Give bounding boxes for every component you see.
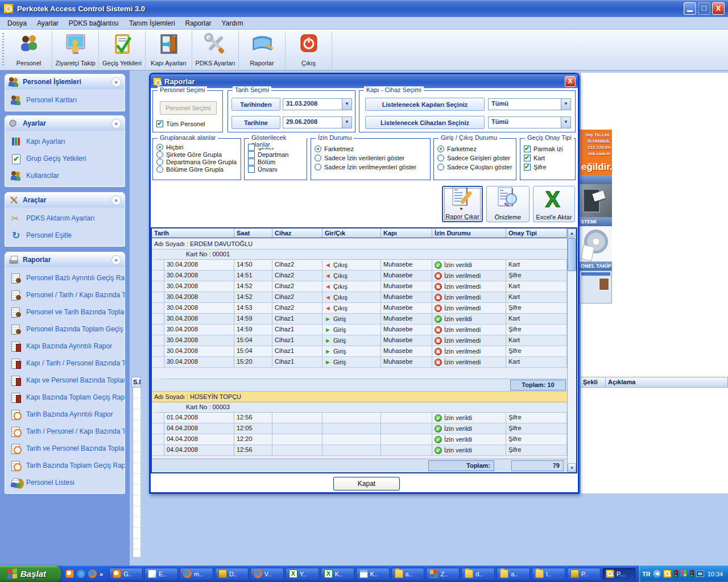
tum-personel-checkbox[interactable]: Tüm Personel — [156, 120, 205, 127]
radio-option[interactable]: Farketmez — [437, 146, 516, 152]
radio-option[interactable]: Sadece Çıkışları göster — [437, 164, 516, 171]
taskbar-task-button[interactable]: m.. — [180, 568, 213, 580]
radio-option[interactable]: Departmana Göre Grupla — [156, 159, 241, 165]
toolbar-pdks-ayarlari-button[interactable]: PDKS Ayarları — [192, 31, 239, 69]
chevron-down-icon[interactable]: ▼ — [561, 99, 570, 110]
radio-option[interactable]: Sadece İzin verilmeyenleri göster — [315, 164, 430, 171]
table-row[interactable]: 04.04.2008 12:05 İzin verildi Şifre — [152, 423, 567, 434]
table-row[interactable]: 30.04.2008 14:53 Cihaz2 Çıkış Muhasebe İ… — [152, 303, 567, 314]
table-row[interactable]: 30.04.2008 14:59 Cihaz1 Giriş Muhasebe İ… — [152, 314, 567, 325]
taskbar-task-button[interactable]: V.. — [250, 568, 284, 580]
taskbar-task-button[interactable]: Y.. — [286, 568, 319, 580]
ad-banner[interactable]: Dış Tic.Ltd. İSTANBUL 212 220 69 tek.com… — [580, 130, 612, 304]
table-row[interactable]: 30.04.2008 14:52 Cihaz2 Çıkış Muhasebe İ… — [152, 281, 567, 292]
menu-item[interactable]: Raporlar — [180, 18, 217, 28]
checkbox-option[interactable]: Parmak izi — [524, 146, 575, 152]
toolbar-personel-button[interactable]: Personel — [6, 31, 52, 69]
toolbar-gecis-yetkileri-button[interactable]: Geçiş Yetkileri — [99, 31, 146, 69]
menu-item[interactable]: Tanım İşlemleri — [124, 18, 180, 28]
minimize-button[interactable] — [684, 2, 696, 15]
table-row[interactable]: 30.04.2008 14:50 Cihaz2 Çıkış Muhasebe İ… — [152, 260, 567, 271]
chevron-down-icon[interactable]: ▼ — [342, 117, 351, 128]
quicklaunch-overflow-chevron[interactable]: » — [100, 571, 103, 577]
col-gircik[interactable]: Gir/Çık — [322, 228, 381, 238]
toolbar-grip[interactable] — [1, 33, 5, 67]
radio-option[interactable]: Farketmez — [315, 146, 430, 152]
taskbar-task-button[interactable]: D.. — [215, 568, 249, 580]
taskbar-task-button[interactable]: G.. — [109, 568, 143, 580]
rapor-cikar-button[interactable]: Rapor Çıkar — [442, 186, 483, 222]
panel-header-ayarlar[interactable]: Ayarlar « — [5, 116, 125, 131]
sidebar-report-item[interactable]: Tarih / Personel / Kapı Bazında To... — [5, 423, 125, 440]
collapse-chevron-icon[interactable]: « — [111, 119, 121, 128]
sidebar-report-item[interactable]: Kapı ve Personel Bazında Toplam ... — [5, 372, 125, 389]
tray-key-icon[interactable] — [663, 569, 672, 578]
excel-aktar-button[interactable]: X Excel'e Aktar — [533, 186, 575, 222]
chevron-down-icon[interactable]: ▼ — [342, 99, 351, 110]
table-row[interactable]: 30.04.2008 14:52 Cihaz2 Çıkış Muhasebe İ… — [152, 292, 567, 303]
sidebar-report-item[interactable]: Kapı / Tarih / Personel Bazında To... — [5, 355, 125, 372]
taskbar-task-button[interactable]: a.. — [391, 568, 425, 580]
taskbar-task-button[interactable]: P.. — [567, 568, 601, 580]
sidebar-item[interactable]: Kapı Ayarları — [5, 133, 125, 150]
tarihinden-button[interactable]: Tarihinden — [231, 98, 280, 111]
tarihine-date-combo[interactable]: 29.06.2008▼ — [283, 117, 352, 128]
col-izin-durumu[interactable]: İzin Durumu — [432, 228, 506, 238]
table-row[interactable]: 30.04.2008 15:20 Cihaz1 Giriş Muhasebe İ… — [152, 357, 567, 368]
radio-option[interactable]: Sadece İzin verilenleri göster — [315, 155, 430, 161]
sidebar-report-item[interactable]: Personel Bazlı Ayrıntılı Geçiş Raporu — [5, 269, 125, 286]
toolbar-ziyaretci-takip-button[interactable]: Ziyaretçi Takip — [52, 31, 99, 69]
sidebar-report-item[interactable]: Tarih Bazında Toplam Geçiş Raporu — [5, 457, 125, 474]
dialog-close-button[interactable]: X — [565, 76, 576, 87]
checkbox-option[interactable]: Şifre — [524, 164, 575, 171]
sidebar-report-item[interactable]: Kapı Bazında Ayrıntılı Rapor — [5, 338, 125, 355]
listelenecek-kapilar-button[interactable]: Listelenecek Kapıları Seçiniz — [365, 98, 485, 111]
sidebar-report-item[interactable]: Kapı Bazında Toplam Geçiş Raporu — [5, 389, 125, 406]
col-kapi[interactable]: Kapı — [381, 228, 432, 238]
col-tarih[interactable]: Tarih — [152, 228, 234, 238]
toolbar-cikis-button[interactable]: Çıkış — [286, 31, 332, 69]
menu-item[interactable]: Ayarlar — [32, 18, 64, 28]
checkbox-option[interactable]: Bölüm — [248, 159, 307, 165]
taskbar-task-button[interactable]: P... — [602, 568, 636, 580]
sidebar-report-item[interactable]: Personel Listesi — [5, 474, 125, 491]
start-button[interactable]: Başlat — [0, 566, 61, 582]
checkbox-option[interactable]: Departman — [248, 151, 307, 158]
maximize-button[interactable] — [698, 2, 710, 15]
table-row[interactable]: 30.04.2008 15:04 Cihaz1 Giriş Muhasebe İ… — [152, 346, 567, 357]
listelenecek-cihazlar-button[interactable]: Listelenecek Cihazları Seçiniz — [365, 116, 485, 129]
scroll-down-icon[interactable]: ▼ — [568, 463, 576, 472]
collapse-chevron-icon[interactable]: « — [111, 77, 121, 87]
close-button[interactable]: X — [712, 2, 725, 15]
sidebar-item[interactable]: Kullanicilar — [5, 167, 125, 184]
tray-collapse-icon[interactable]: ◀ — [653, 570, 661, 578]
tray-network-icon[interactable] — [696, 571, 704, 577]
sidebar-item[interactable]: PDKS Aktarım Ayarları — [5, 210, 125, 227]
collapse-chevron-icon[interactable]: « — [111, 196, 121, 205]
kapilar-combo[interactable]: Tümü▼ — [488, 98, 571, 110]
table-row[interactable]: 30.04.2008 14:59 Cihaz1 Giriş Muhasebe İ… — [152, 325, 567, 335]
radio-option[interactable]: Sadece Girişleri göster — [437, 155, 516, 161]
taskbar-task-button[interactable]: K.. — [356, 568, 390, 580]
table-row[interactable]: 30.04.2008 15:04 Cihaz1 Giriş Muhasebe İ… — [152, 335, 567, 346]
taskbar-task-button[interactable]: E.. — [144, 568, 178, 580]
table-row[interactable]: 01.04.2008 12:56 İzin verildi Şifre — [152, 413, 567, 423]
toolbar-kapi-ayarlari-button[interactable]: Kapı Ayarları — [146, 31, 192, 69]
sidebar-report-item[interactable]: Tarih ve Personel Bazında Toplam... — [5, 440, 125, 457]
sidebar-item[interactable]: Personel Kartları — [5, 92, 125, 109]
panel-header-araclar[interactable]: Araçlar « — [5, 193, 125, 207]
table-row[interactable]: 04.04.2008 12:56 İzin verildi Şifre — [152, 445, 567, 456]
sidebar-report-item[interactable]: Tarih Bazında Ayrıntılı Rapor — [5, 406, 125, 423]
sidebar-item[interactable]: Personel Eşitle — [5, 227, 125, 244]
tray-trafficlight-icon[interactable] — [690, 570, 694, 577]
quicklaunch-clock-icon[interactable] — [65, 569, 74, 578]
col-onay-tipi[interactable]: Onay Tipi — [506, 228, 567, 238]
radio-option[interactable]: Şirkete Göre Grupla — [156, 151, 241, 158]
tarihinden-date-combo[interactable]: 31.03.2008▼ — [283, 98, 352, 110]
group-name-row-selected[interactable]: Adı Soyadı : HÜSEYİN TOPÇU — [152, 392, 567, 402]
chevron-down-icon[interactable]: ▼ — [561, 117, 570, 128]
sidebar-report-item[interactable]: Personel Bazında Toplam Geçiş R... — [5, 321, 125, 338]
language-indicator[interactable]: TR — [642, 571, 651, 577]
checkbox-option[interactable]: Ünvanı — [248, 166, 307, 173]
col-cihaz[interactable]: Cihaz — [272, 228, 322, 238]
